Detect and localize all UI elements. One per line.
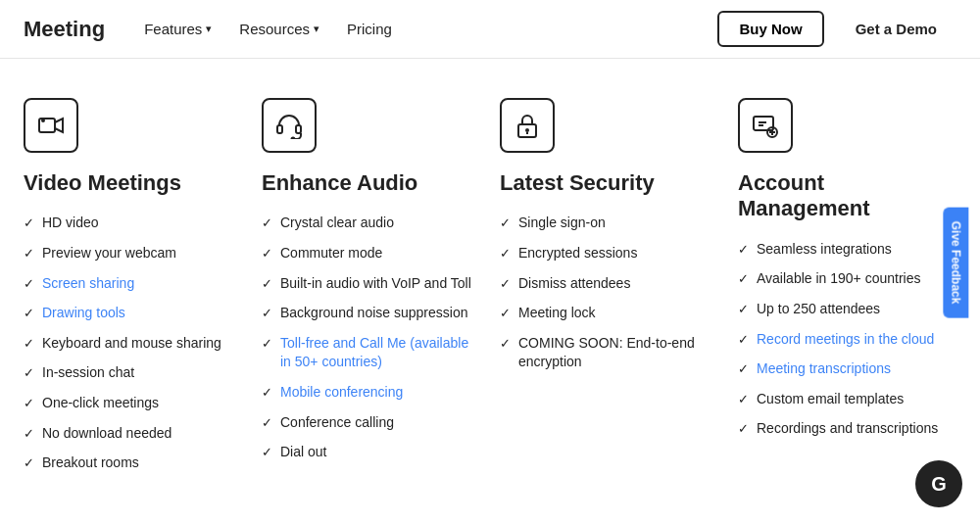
- check-icon: ✓: [738, 270, 749, 288]
- check-icon: ✓: [262, 444, 272, 461]
- check-icon: ✓: [24, 215, 34, 232]
- audio-title: Enhance Audio: [262, 170, 480, 196]
- check-icon: ✓: [24, 245, 34, 262]
- check-icon: ✓: [24, 364, 34, 382]
- list-item[interactable]: ✓Toll-free and Call Me (available in 50+…: [262, 334, 480, 372]
- feedback-tab[interactable]: Give Feedback: [944, 208, 969, 318]
- link-account-3[interactable]: Record meetings in the cloud: [757, 330, 934, 350]
- list-item: ✓Conference calling: [262, 413, 480, 433]
- check-icon: ✓: [262, 245, 272, 262]
- chevron-down-icon: ▾: [206, 23, 212, 35]
- list-item: ✓COMING SOON: End-to-end encryption: [500, 334, 718, 372]
- feature-text: Custom email templates: [757, 390, 904, 409]
- list-item: ✓Dial out: [262, 443, 480, 462]
- list-item[interactable]: ✓Record meetings in the cloud: [738, 330, 956, 350]
- feature-text: Preview your webcam: [42, 244, 176, 263]
- feature-text: Built-in audio with VoIP and Toll: [280, 274, 471, 294]
- list-item: ✓HD video: [24, 214, 242, 233]
- column-account: Account Management✓Seamless integrations…: [738, 98, 956, 484]
- feature-text: Up to 250 attendees: [757, 300, 880, 319]
- list-item: ✓Recordings and transcriptions: [738, 419, 956, 439]
- account-title: Account Management: [738, 170, 956, 222]
- check-icon: ✓: [24, 454, 34, 472]
- check-icon: ✓: [24, 305, 34, 322]
- link-video-2[interactable]: Screen sharing: [42, 274, 134, 294]
- feature-text: Single sign-on: [518, 214, 606, 233]
- check-icon: ✓: [262, 414, 272, 432]
- check-icon: ✓: [738, 331, 749, 349]
- nav-features[interactable]: Features ▾: [144, 21, 212, 37]
- account-feature-list: ✓Seamless integrations✓Available in 190+…: [738, 240, 956, 439]
- column-security: Latest Security✓Single sign-on✓Encrypted…: [500, 98, 718, 484]
- list-item[interactable]: ✓Drawing tools: [24, 304, 242, 323]
- lock-icon: [500, 98, 555, 153]
- grammarly-button[interactable]: G: [915, 460, 962, 507]
- check-icon: ✓: [262, 305, 272, 322]
- list-item: ✓Keyboard and mouse sharing: [24, 334, 242, 354]
- feature-text: Keyboard and mouse sharing: [42, 334, 221, 354]
- audio-feature-list: ✓Crystal clear audio✓Commuter mode✓Built…: [262, 214, 480, 461]
- check-icon: ✓: [262, 215, 272, 232]
- column-video: Video Meetings✓HD video✓Preview your web…: [24, 98, 242, 484]
- feature-text: No download needed: [42, 424, 172, 444]
- link-audio-4[interactable]: Toll-free and Call Me (available in 50+ …: [280, 334, 480, 372]
- check-icon: ✓: [500, 275, 511, 293]
- list-item: ✓Available in 190+ countries: [738, 269, 956, 289]
- check-icon: ✓: [262, 335, 272, 353]
- nav-links: Features ▾ Resources ▾ Pricing: [144, 21, 717, 37]
- column-audio: Enhance Audio✓Crystal clear audio✓Commut…: [262, 98, 480, 484]
- feature-text: Encrypted sessions: [518, 244, 637, 263]
- check-icon: ✓: [262, 275, 272, 293]
- feature-text: Background noise suppression: [280, 304, 467, 323]
- video-icon: [24, 98, 78, 153]
- check-icon: ✓: [500, 305, 511, 322]
- security-title: Latest Security: [500, 170, 718, 196]
- list-item: ✓Meeting lock: [500, 304, 718, 323]
- check-icon: ✓: [24, 425, 34, 443]
- video-title: Video Meetings: [24, 170, 242, 196]
- link-video-3[interactable]: Drawing tools: [42, 304, 125, 323]
- account-icon: [738, 98, 793, 153]
- check-icon: ✓: [738, 301, 749, 318]
- check-icon: ✓: [24, 395, 34, 412]
- list-item[interactable]: ✓Mobile conferencing: [262, 383, 480, 403]
- list-item: ✓In-session chat: [24, 363, 242, 383]
- list-item[interactable]: ✓Screen sharing: [24, 274, 242, 294]
- list-item: ✓Up to 250 attendees: [738, 300, 956, 319]
- logo[interactable]: Meeting: [24, 17, 105, 42]
- list-item[interactable]: ✓Meeting transcriptions: [738, 359, 956, 379]
- nav-resources[interactable]: Resources ▾: [239, 21, 319, 37]
- feature-text: Commuter mode: [280, 244, 382, 263]
- list-item: ✓One-click meetings: [24, 394, 242, 413]
- navbar: Meeting Features ▾ Resources ▾ Pricing B…: [0, 0, 980, 59]
- check-icon: ✓: [24, 275, 34, 293]
- list-item: ✓Seamless integrations: [738, 240, 956, 260]
- nav-pricing[interactable]: Pricing: [347, 21, 392, 37]
- check-icon: ✓: [500, 335, 511, 353]
- feature-text: Conference calling: [280, 413, 394, 433]
- feature-text: One-click meetings: [42, 394, 159, 413]
- video-feature-list: ✓HD video✓Preview your webcam✓Screen sha…: [24, 214, 242, 472]
- list-item: ✓Crystal clear audio: [262, 214, 480, 233]
- check-icon: ✓: [500, 215, 511, 232]
- get-demo-button[interactable]: Get a Demo: [836, 13, 956, 45]
- svg-rect-2: [277, 125, 282, 133]
- buy-now-button[interactable]: Buy Now: [717, 11, 823, 47]
- svg-point-6: [525, 128, 529, 132]
- feature-text: Crystal clear audio: [280, 214, 394, 233]
- feature-text: Dismiss attendees: [518, 274, 630, 294]
- list-item: ✓Dismiss attendees: [500, 274, 718, 294]
- list-item: ✓Background noise suppression: [262, 304, 480, 323]
- main-content: Video Meetings✓HD video✓Preview your web…: [0, 59, 980, 507]
- list-item: ✓Commuter mode: [262, 244, 480, 263]
- feature-text: HD video: [42, 214, 99, 233]
- list-item: ✓Single sign-on: [500, 214, 718, 233]
- svg-point-1: [42, 119, 44, 121]
- link-account-4[interactable]: Meeting transcriptions: [757, 359, 891, 379]
- list-item: ✓No download needed: [24, 424, 242, 444]
- link-audio-5[interactable]: Mobile conferencing: [280, 383, 403, 403]
- feature-text: Dial out: [280, 443, 326, 462]
- nav-buttons: Buy Now Get a Demo: [717, 11, 956, 47]
- check-icon: ✓: [262, 384, 272, 402]
- feature-text: Breakout rooms: [42, 453, 139, 473]
